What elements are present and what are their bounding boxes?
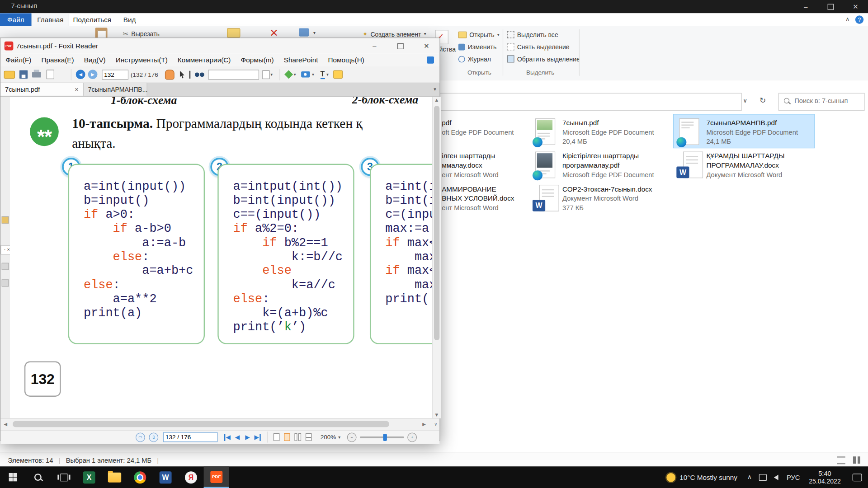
panel-attachments-icon[interactable] (2, 279, 9, 286)
search-binoculars-icon[interactable] (194, 72, 199, 77)
continuous-layout-icon[interactable] (284, 433, 290, 441)
excel-taskbar-icon[interactable]: X (76, 466, 102, 488)
hand-tool-icon[interactable] (165, 70, 174, 80)
typewriter-tool-icon[interactable]: T (320, 70, 325, 79)
menu-sharepoint[interactable]: SharePoint (279, 56, 323, 64)
previous-page-icon[interactable]: ◀ (235, 433, 240, 441)
zoom-slider[interactable] (360, 436, 404, 438)
select-none-button[interactable]: Снять выделение (507, 42, 570, 52)
minimize-button[interactable]: – (793, 0, 818, 13)
page-field[interactable] (163, 432, 217, 442)
menu-forms[interactable]: Формы(m) (236, 56, 278, 64)
foxit-minimize-button[interactable]: – (362, 38, 388, 53)
select-all-button[interactable]: Выделить все (507, 30, 558, 39)
menu-comments[interactable]: Комментарии(С) (173, 56, 236, 64)
zoom-level[interactable]: 200% (321, 434, 336, 441)
file-tile-clipped-3[interactable]: АММИРОВАНИЕ ВНЫХ УСЛОВИЙ.docx ент Micros… (442, 185, 514, 213)
maximize-button[interactable] (818, 0, 843, 13)
search-input[interactable] (793, 96, 862, 105)
delete-dropdown-icon[interactable]: ▾ (313, 30, 316, 35)
menu-view[interactable]: Вид(V) (79, 56, 111, 64)
scroll-up-icon[interactable]: ▲ (435, 98, 438, 103)
save-icon[interactable] (19, 70, 28, 79)
address-dropdown-icon[interactable]: ∨ (743, 97, 747, 104)
foxit-titlebar[interactable]: PDF 7сынып.pdf - Foxit Reader – ✕ (0, 38, 439, 53)
page-number-input[interactable] (102, 70, 128, 80)
help-icon[interactable]: ? (855, 15, 863, 23)
zoom-slider-thumb[interactable] (383, 433, 387, 441)
tab-share[interactable]: Поделиться (69, 13, 115, 26)
tab-home[interactable]: Главная (32, 13, 69, 26)
history-button[interactable]: Журнал (458, 54, 491, 64)
email-doc-icon[interactable] (47, 70, 54, 79)
highlight-tool-icon[interactable] (284, 70, 293, 79)
chevron-down-icon[interactable]: ▾ (294, 72, 296, 77)
zoom-out-icon[interactable]: − (347, 432, 357, 442)
cut-button[interactable]: ✂ Вырезать (123, 29, 160, 38)
zoom-dropdown-icon[interactable]: ▾ (338, 435, 340, 440)
next-page-icon[interactable]: ▶ (245, 433, 250, 441)
fit-page-icon[interactable]: ▯ (149, 432, 158, 442)
tray-volume-icon[interactable] (769, 474, 783, 480)
zoom-page-icon[interactable] (262, 70, 269, 79)
open-button[interactable]: Открыть ▾ (458, 30, 500, 39)
language-indicator[interactable]: РУС (783, 474, 804, 481)
doc-tab[interactable]: 7сыныпАРМАНПВ... (84, 83, 147, 96)
select-tool-icon[interactable] (179, 70, 184, 78)
panel-pages-icon[interactable] (2, 263, 9, 270)
scroll-left-icon[interactable]: ◀ (4, 422, 8, 427)
panel-bookmark-icon[interactable] (2, 216, 9, 224)
note-tool-icon[interactable] (333, 70, 343, 79)
chevron-down-icon[interactable]: ▾ (312, 72, 314, 77)
collapse-ribbon-icon[interactable]: ∧ (845, 15, 850, 23)
foxit-taskbar-icon[interactable]: PDF (204, 466, 229, 488)
weather-widget[interactable]: 10°C Mostly sunny (661, 473, 743, 482)
icons-view-icon[interactable] (853, 456, 860, 464)
scroll-right-icon[interactable]: ▶ (422, 422, 426, 427)
scroll-corner-down-icon[interactable]: ∨ (434, 422, 437, 427)
vertical-scrollbar[interactable]: ▲ ▼ (432, 97, 441, 418)
menu-help[interactable]: Помощь(Н) (323, 56, 369, 64)
file-explorer-taskbar-icon[interactable] (102, 466, 127, 488)
delete-icon[interactable]: ✕ (269, 27, 278, 39)
menubar-widget-icon[interactable] (427, 56, 434, 64)
tray-expand-icon[interactable]: ∧ (743, 474, 756, 481)
taskbar-search-button[interactable] (25, 466, 51, 488)
tab-close-icon[interactable]: ✕ (75, 87, 79, 92)
tray-device-icon[interactable] (756, 474, 769, 481)
scrollbar-thumb[interactable] (434, 106, 439, 340)
start-button[interactable] (0, 466, 25, 488)
doc-tab-active[interactable]: 7сынып.pdf ✕ (0, 83, 84, 96)
print-icon[interactable] (32, 72, 41, 77)
search-box[interactable] (778, 93, 865, 111)
chevron-down-icon[interactable]: ▾ (270, 72, 273, 77)
tab-view[interactable]: Вид (115, 13, 144, 26)
menu-edit[interactable]: Правка(Е) (36, 56, 79, 64)
foxit-close-button[interactable]: ✕ (414, 38, 440, 53)
details-view-icon[interactable] (837, 456, 845, 464)
scroll-down-icon[interactable]: ▼ (435, 413, 438, 417)
open-file-icon[interactable] (4, 70, 15, 78)
explorer-titlebar[interactable]: 7-сынып – ✕ (0, 0, 868, 13)
text-select-icon[interactable] (189, 70, 190, 78)
menu-tools[interactable]: Инструменты(Т) (111, 56, 173, 64)
tab-file[interactable]: Файл (0, 13, 32, 26)
task-view-button[interactable] (51, 466, 76, 488)
foxit-maximize-button[interactable] (387, 38, 414, 53)
fit-width-icon[interactable]: ▭ (136, 432, 145, 442)
single-page-layout-icon[interactable] (274, 433, 279, 441)
clock[interactable]: 5:40 25.04.2022 (804, 469, 846, 485)
invert-selection-button[interactable]: Обратить выделение (507, 54, 580, 64)
file-tile-clipped-1[interactable]: pdf oft Edge PDF Document (442, 118, 514, 137)
rename-icon[interactable] (299, 28, 309, 36)
snapshot-icon[interactable] (301, 71, 310, 77)
chevron-down-icon[interactable]: ▾ (326, 72, 329, 77)
scrollbar-thumb[interactable] (13, 421, 389, 427)
four-page-layout-icon[interactable] (306, 433, 311, 441)
word-taskbar-icon[interactable]: W (153, 466, 178, 488)
edit-button[interactable]: Изменить (458, 42, 496, 52)
yandex-taskbar-icon[interactable]: Я (178, 466, 203, 488)
refresh-icon[interactable]: ↻ (760, 96, 766, 105)
first-page-icon[interactable]: ◀ (224, 433, 231, 441)
horizontal-scrollbar[interactable]: ◀ ▶ ∨ (0, 418, 439, 430)
